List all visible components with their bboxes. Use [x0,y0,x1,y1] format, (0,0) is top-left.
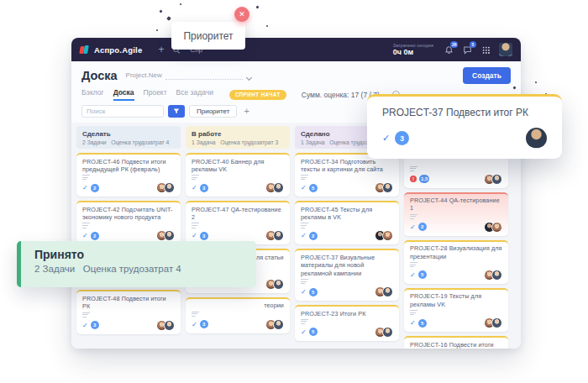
done-check-icon: ✓ [301,288,307,296]
task-footer: ✓5 [410,270,502,281]
close-icon[interactable]: ✕ [234,7,249,22]
priority-tooltip: Приоритет [171,22,245,50]
task-status: ✓3 [192,320,208,328]
estimate-badge: 5 [309,328,318,336]
tab-project[interactable]: Проект [144,88,167,101]
task-card[interactable]: PROJECT-42 Подсчитать UNIT-экономику нов… [76,201,181,244]
task-card[interactable]: теории✓3 [186,297,290,333]
avatar [491,270,502,281]
estimate-badge: 2 [91,184,99,192]
column-title: Сделать [82,129,175,139]
avatar [382,286,393,297]
task-footer: ✓3 [192,319,284,330]
messages-badge: 5 [470,41,476,48]
user-avatar[interactable] [499,43,512,56]
task-title: PROJECT-46 Подвести итоги предыдущей РК … [82,158,175,174]
subtasks-icon [410,166,417,172]
task-card[interactable]: PROJECT-47 QA-тестирование 2✓3 [186,201,290,244]
done-check-icon: ✓ [192,321,197,328]
task-card[interactable]: PROJECT-37 Визуальные материалы для ново… [295,249,399,301]
chevron-down-icon [246,74,252,80]
assignee-avatars [269,182,284,193]
task-title: PROJECT-42 Подсчитать UNIT-экономику нов… [82,206,175,222]
tab-all-tasks[interactable]: Все задачи [176,88,213,101]
assignee-avatars [487,174,502,185]
task-card[interactable]: PROJECT-45 Тексты для рекламы в VK✓2 [295,201,399,244]
estimate-badge: 3 [200,320,208,328]
create-button[interactable]: Создать [463,67,511,84]
avatar [491,317,502,328]
task-footer: ✓5 [301,327,393,338]
avatar [382,182,393,193]
task-code: PROJECT-23 [301,310,339,317]
subtasks-icon [301,223,308,228]
add-filter-button[interactable]: + [244,107,249,116]
task-card[interactable]: PROJECT-44 QA-тестирование 1✓2 [404,192,508,236]
task-status: ✓3 [192,184,208,192]
task-status: ✓3 [192,232,208,240]
priority-filter-chip[interactable]: Приоритет [189,105,237,118]
task-code: PROJECT-19 [410,292,448,300]
accepted-title: Принято [34,248,256,261]
assignee-avatars [378,230,393,241]
app-window: Аспро.Agile + Спр Затрачено сегодня 0ч 0… [71,38,521,349]
column-header[interactable]: В работе1 Задача Оценка трудозатрат 3 [186,126,290,149]
board-column: Сделать2 Задачи Оценка трудозатрат 4PROJ… [76,126,181,334]
task-card[interactable]: PROJECT-23 Итоги РК✓5 [295,305,399,341]
task-code: PROJECT-40 [192,158,229,165]
estimate-badge: 1.5 [419,175,429,183]
estimate-badge: 3 [200,232,208,240]
task-title: PROJECT-19 Тексты для рекламы VK [410,292,502,308]
task-status: ✓5 [301,288,318,296]
assignee-avatars [378,286,393,297]
tab-backlog[interactable]: Бэклог [81,88,104,101]
task-title: PROJECT-23 Итоги РК [301,310,393,317]
task-card[interactable]: PROJECT-19 Тексты для рекламы VK✓5 [404,288,508,332]
task-card[interactable]: PROJECT-40 Баннер для рекламы VK✓3 [186,153,290,197]
task-card-preview[interactable]: PROJECT-37 Подвести итог РК ✓ 3 [367,94,562,159]
search-input[interactable] [81,105,164,118]
board-header: Доска Project.New Создать [71,61,521,87]
task-footer: ✓2 [82,182,175,193]
filter-button[interactable] [168,105,185,118]
column-title: В работе [192,129,284,139]
subtasks-icon [192,223,199,228]
task-card[interactable]: PROJECT-34 Подготовить тексты и картинки… [295,153,399,197]
task-card[interactable]: PROJECT-46 Подвести итоги предыдущей РК … [76,153,181,197]
done-check-icon: ✓ [410,271,416,279]
task-status: ✓5 [301,184,318,192]
done-check-icon: ✓ [410,223,416,231]
assignee-avatars [378,182,393,193]
board-column: Принято2 Задачи Оценка трудозатрат 41.5P… [404,126,508,349]
task-status: ✓2 [82,184,99,192]
task-card[interactable]: PROJECT-16 Подвести итоги РК [404,336,508,349]
tab-board[interactable]: Доска [113,88,134,101]
subtasks-icon [301,279,308,285]
task-footer: ✓2 [82,230,175,241]
task-code: PROJECT-44 [410,197,448,204]
subtasks-icon [82,312,90,318]
task-footer: 1.5 [410,174,502,185]
estimate-badge: 5 [309,184,318,192]
estimate-badge: 5 [418,270,427,279]
brand-logo-icon [80,45,89,55]
assignee-avatars [160,182,175,193]
brand-name: Аспро.Agile [94,45,142,55]
task-status: ✓5 [410,319,427,328]
avatar [526,128,547,149]
quick-add-button[interactable]: + [158,45,164,55]
messages-icon[interactable]: 5 [462,45,472,55]
task-card[interactable]: PROJECT-28 Визуализация для презентации✓… [404,240,508,284]
done-check-icon: ✓ [301,184,307,192]
project-selector[interactable]: Project.New [126,71,252,80]
column-header[interactable]: Сделать2 Задачи Оценка трудозатрат 4 [76,126,181,149]
notifications-bell-icon[interactable]: 26 [444,45,454,55]
assignee-avatars [487,270,502,281]
task-card[interactable]: PROJECT-48 Подвести итоги РК✓3 [76,290,181,333]
task-footer: ✓3 [82,320,175,331]
apps-grid-icon[interactable] [480,45,491,55]
task-status: ✓5 [410,270,427,279]
accepted-column-preview: Принято 2 Задачи Оценка трудозатрат 4 [17,241,256,287]
task-code: PROJECT-45 [301,206,339,213]
task-footer: ✓2 [301,230,393,241]
